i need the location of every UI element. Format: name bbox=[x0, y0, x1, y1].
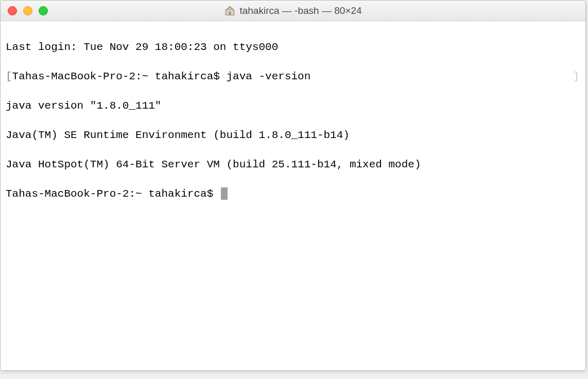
bracket-left: [ bbox=[6, 71, 12, 82]
terminal-line-prompt1: [Tahas-MacBook-Pro-2:~ tahakirca$ java -… bbox=[6, 70, 580, 84]
terminal-line-java-hotspot: Java HotSpot(TM) 64-Bit Server VM (build… bbox=[6, 158, 580, 173]
terminal-line-java-runtime: Java(TM) SE Runtime Environment (build 1… bbox=[6, 128, 580, 143]
home-icon bbox=[224, 5, 235, 16]
terminal-line-last-login: Last login: Tue Nov 29 18:00:23 on ttys0… bbox=[6, 40, 580, 55]
close-button[interactable] bbox=[8, 6, 17, 15]
prompt1-text: Tahas-MacBook-Pro-2:~ tahakirca$ java -v… bbox=[12, 71, 311, 82]
terminal-line-prompt2: Tahas-MacBook-Pro-2:~ tahakirca$ bbox=[6, 187, 580, 202]
traffic-lights bbox=[8, 6, 48, 15]
prompt2-text: Tahas-MacBook-Pro-2:~ tahakirca$ bbox=[6, 188, 220, 200]
svg-rect-0 bbox=[229, 11, 231, 14]
bracket-right: ] bbox=[573, 70, 579, 84]
terminal-line-java-version: java version "1.8.0_111" bbox=[6, 99, 580, 114]
minimize-button[interactable] bbox=[23, 6, 32, 15]
window-title: tahakirca — -bash — 80×24 bbox=[239, 5, 361, 16]
cursor bbox=[221, 187, 228, 200]
terminal-window: tahakirca — -bash — 80×24 Last login: Tu… bbox=[0, 0, 586, 371]
titlebar[interactable]: tahakirca — -bash — 80×24 bbox=[1, 1, 585, 21]
window-title-container: tahakirca — -bash — 80×24 bbox=[224, 5, 361, 16]
maximize-button[interactable] bbox=[39, 6, 48, 15]
terminal-content[interactable]: Last login: Tue Nov 29 18:00:23 on ttys0… bbox=[1, 21, 585, 370]
